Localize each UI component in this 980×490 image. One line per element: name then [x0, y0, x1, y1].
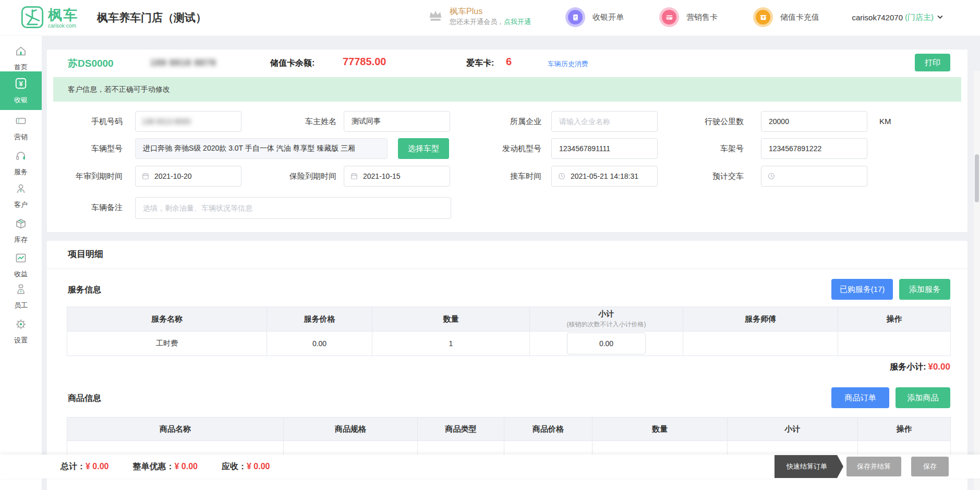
- stored-value-recharge-label: 储值卡充值: [780, 13, 819, 22]
- clock-icon: [558, 173, 565, 180]
- vehicle-model-label: 车辆型号: [47, 138, 123, 159]
- print-button[interactable]: 打印: [915, 54, 950, 71]
- phone-input[interactable]: 138 0013 8000: [135, 111, 241, 132]
- headset-icon: [15, 150, 27, 164]
- vehicle-history-link[interactable]: 车辆历史消费: [548, 59, 588, 69]
- vehicle-model-input[interactable]: [135, 138, 388, 159]
- service-qty-cell: 1: [372, 332, 530, 356]
- ticket-icon: [15, 115, 27, 129]
- engine-model-input[interactable]: [551, 138, 658, 159]
- inspection-due-label: 年审到期时间: [47, 166, 123, 187]
- due-value: ¥ 0.00: [247, 462, 270, 471]
- service-col-name: 服务名称: [67, 307, 267, 332]
- windmill-logo-icon: [21, 6, 44, 31]
- gear-icon: [15, 318, 27, 333]
- select-model-button[interactable]: 选择车型: [398, 138, 449, 159]
- product-col-name: 商品名称: [67, 418, 284, 441]
- sidebar-item-settings[interactable]: 设置: [0, 318, 42, 345]
- save-and-settle-button[interactable]: 保存并结算: [846, 457, 901, 476]
- sidebar-item-marketing[interactable]: 营销: [0, 115, 42, 142]
- cashier-billing-link[interactable]: 收银开单: [565, 7, 624, 27]
- vertical-scrollbar[interactable]: [974, 71, 980, 490]
- delivery-time-label: 预计交车: [662, 166, 744, 187]
- order-detail-card: 项目明细 服务信息 已购服务(17) 添加服务 服务名称 服务价格 数量 小计(…: [47, 241, 967, 490]
- service-subtotal-line: 服务小计:¥0.00: [890, 362, 950, 373]
- car-card-count: 6: [506, 56, 512, 68]
- license-plate: 苏DS0000: [68, 57, 114, 70]
- sidebar-item-inventory[interactable]: 库存: [0, 217, 42, 244]
- service-subtotal-cell: [530, 332, 683, 356]
- page-title: 枫车养车门店（测试）: [97, 10, 207, 25]
- balance-value: 77785.00: [343, 56, 386, 68]
- service-master-cell: [683, 332, 838, 356]
- sidebar-item-earnings[interactable]: 收益: [0, 252, 42, 279]
- product-col-spec: 商品规格: [284, 418, 418, 441]
- owner-name-input[interactable]: [344, 111, 450, 132]
- clock-icon: [768, 173, 775, 180]
- product-col-subtotal: 小计: [728, 418, 858, 441]
- mileage-unit: KM: [879, 111, 891, 132]
- balance-label: 储值卡余额:: [270, 58, 314, 69]
- due-label: 应收：: [222, 461, 247, 472]
- order-totals: 总计： ¥ 0.00 整单优惠： ¥ 0.00 应收： ¥ 0.00: [61, 455, 294, 479]
- add-service-button[interactable]: 添加服务: [899, 279, 950, 300]
- package-box-icon: [15, 217, 27, 232]
- pickup-time-label: 接车时间: [459, 166, 541, 187]
- vehicle-remark-label: 车辆备注: [47, 197, 123, 218]
- insurance-date-input[interactable]: [344, 166, 450, 187]
- vin-input[interactable]: [761, 138, 867, 159]
- recharge-box-icon: [753, 7, 773, 27]
- sidebar-item-staff[interactable]: 员工: [0, 283, 42, 310]
- product-section-title: 商品信息: [68, 393, 101, 404]
- main-content: 苏DS0000 188 8818 8878 储值卡余额: 77785.00 爱车…: [42, 35, 980, 490]
- add-product-button[interactable]: 添加商品: [896, 387, 950, 408]
- total-value: ¥ 0.00: [86, 462, 108, 471]
- discount-value: ¥ 0.00: [174, 462, 197, 471]
- staff-icon: [15, 283, 27, 298]
- detail-section-title: 项目明细: [68, 248, 103, 260]
- purchased-services-button[interactable]: 已购服务(17): [831, 279, 893, 300]
- service-table: 服务名称 服务价格 数量 小计(核销的次数不计入小计价格) 服务师傅 操作 工时…: [67, 307, 951, 356]
- vehicle-remark-input[interactable]: [135, 197, 451, 219]
- service-col-master: 服务师傅: [683, 307, 838, 332]
- subtotal-note: (核销的次数不计入小计价格): [530, 320, 683, 329]
- service-table-row: 工时费 0.00 1: [67, 332, 951, 356]
- service-subtotal-input[interactable]: [567, 333, 646, 354]
- service-price-cell: 0.00: [267, 332, 372, 356]
- mileage-input[interactable]: [761, 111, 867, 132]
- service-section-title: 服务信息: [68, 285, 101, 296]
- customer-vehicle-card: 苏DS0000 188 8818 8878 储值卡余额: 77785.00 爱车…: [47, 50, 967, 232]
- sidebar-item-customers[interactable]: 客户: [0, 182, 42, 210]
- divider: [47, 268, 967, 269]
- sidebar-item-home[interactable]: 首页: [0, 45, 42, 72]
- plus-title: 枫车Plus: [450, 5, 531, 17]
- user-menu[interactable]: carisok742070 (门店主): [852, 13, 943, 22]
- save-button[interactable]: 保存: [911, 457, 949, 476]
- product-col-action: 操作: [858, 418, 951, 441]
- cashier-billing-label: 收银开单: [592, 13, 624, 22]
- activate-plus-link[interactable]: 点我开通: [504, 18, 531, 26]
- product-order-button[interactable]: 商品订单: [831, 387, 889, 408]
- insurance-due-label: 保险到期时间: [256, 166, 336, 187]
- scrollbar-thumb[interactable]: [975, 154, 979, 202]
- phone-label: 手机号码: [47, 111, 123, 132]
- sidebar-item-service[interactable]: 服务: [0, 150, 42, 177]
- billing-doc-icon: [565, 7, 585, 27]
- delivery-time-input[interactable]: [761, 166, 867, 187]
- pickup-time-input[interactable]: [551, 166, 658, 187]
- discount-label: 整单优惠：: [132, 461, 174, 472]
- mileage-label: 行驶公里数: [662, 111, 744, 132]
- checkout-footer-bar: 总计： ¥ 0.00 整单优惠： ¥ 0.00 应收： ¥ 0.00 快速结算订…: [0, 455, 980, 479]
- quick-settle-button[interactable]: 快速结算订单: [775, 455, 843, 478]
- vin-label: 车架号: [662, 138, 744, 159]
- brand-logo[interactable]: 枫车 carisok·com: [21, 6, 78, 31]
- sidebar-item-cashier[interactable]: ¥ 收银: [0, 71, 42, 110]
- company-input[interactable]: [551, 111, 658, 132]
- marketing-card-link[interactable]: 营销售卡: [659, 7, 718, 27]
- service-col-qty: 数量: [372, 307, 530, 332]
- stored-value-recharge-link[interactable]: 储值卡充值: [753, 7, 819, 27]
- inspection-date-input[interactable]: [135, 166, 241, 187]
- customer-icon: [15, 182, 27, 197]
- sidebar-nav: 首页 ¥ 收银 营销 服务 客户 库存 收益 员工 设置: [0, 35, 42, 490]
- customer-info-notice: 客户信息，若不正确可手动修改: [53, 77, 961, 102]
